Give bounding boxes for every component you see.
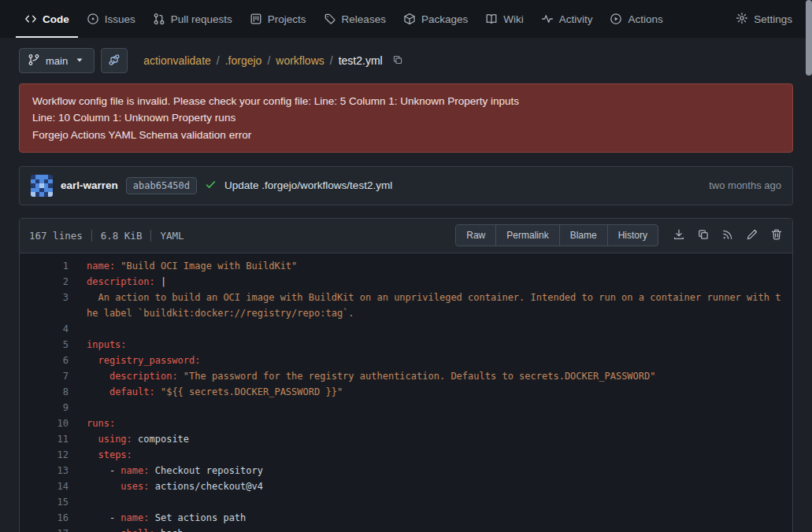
commit-verified (205, 179, 217, 193)
code-line-content (87, 400, 98, 416)
check-icon (205, 179, 217, 190)
view-buttons: RawPermalinkBlameHistory (455, 224, 658, 246)
line-number[interactable]: 11 (32, 431, 87, 447)
line-number[interactable]: 8 (32, 384, 87, 400)
line-number[interactable]: 6 (32, 353, 87, 368)
code-line: 5inputs: (20, 337, 792, 353)
nav-tab-label: Wiki (503, 13, 524, 25)
pencil-button[interactable] (746, 228, 758, 243)
code-line: 8 default: "${{ secrets.DOCKER_PASSWORD … (20, 384, 792, 400)
top-nav: CodeIssuesPull requestsProjectsReleasesP… (0, 0, 812, 38)
play-circle-icon (610, 13, 622, 25)
line-number[interactable]: 12 (32, 447, 87, 463)
tag-icon (324, 13, 336, 25)
line-number[interactable]: 9 (32, 400, 87, 416)
git-compare-icon (108, 54, 121, 66)
git-branch-icon (28, 54, 40, 66)
line-number[interactable]: 7 (32, 368, 87, 384)
nav-tab-projects[interactable]: Projects (241, 0, 315, 38)
trash-icon (770, 228, 783, 241)
code-line-content: runs: (87, 416, 126, 431)
code-line: 13 - name: Checkout repository (20, 463, 792, 478)
permalink-button[interactable]: Permalink (495, 224, 559, 246)
nav-tab-packages[interactable]: Packages (395, 0, 476, 38)
line-number[interactable]: 10 (32, 416, 87, 431)
rss-button[interactable] (721, 228, 734, 243)
breadcrumb-separator: / (217, 54, 220, 67)
code-line: 4 (20, 321, 792, 337)
line-number[interactable]: 16 (32, 510, 87, 526)
branch-toolbar: main actionvalidate/.forgejo/workflows/t… (19, 48, 793, 73)
nav-tab-pull-requests[interactable]: Pull requests (144, 0, 241, 38)
nav-tab-releases[interactable]: Releases (315, 0, 395, 38)
file-action-icons (673, 228, 783, 243)
file-size: 6.8 KiB (101, 230, 143, 242)
trash-button[interactable] (770, 228, 783, 243)
nav-tab-label: Projects (268, 13, 306, 25)
copy-icon (697, 228, 710, 241)
file-meta: 167 lines 6.8 KiB YAML (29, 230, 184, 242)
line-number[interactable]: 2 (32, 274, 87, 290)
line-number[interactable]: 4 (32, 321, 87, 337)
meta-divider (91, 230, 92, 242)
branch-select-button[interactable]: main (19, 48, 95, 73)
code-line-content: - name: Set actions path (87, 510, 257, 526)
avatar[interactable] (31, 175, 53, 197)
rss-icon (721, 228, 734, 241)
nav-tab-label: Releases (342, 13, 386, 25)
code-line-content: inputs: (87, 337, 138, 353)
nav-tab-code[interactable]: Code (16, 0, 78, 38)
issue-opened-icon (87, 13, 99, 25)
copy-button[interactable] (697, 228, 710, 243)
commit-author[interactable]: earl-warren (61, 179, 118, 191)
breadcrumb-segment-test2-yml: test2.yml (339, 54, 383, 67)
nav-tab-label: Packages (421, 13, 468, 25)
nav-tab-label: Issues (105, 13, 135, 25)
file-header: 167 lines 6.8 KiB YAML RawPermalinkBlame… (20, 219, 792, 253)
line-number[interactable]: 14 (32, 478, 87, 494)
nav-tab-actions[interactable]: Actions (601, 0, 671, 38)
breadcrumb-segment--forgejo[interactable]: .forgejo (225, 54, 262, 67)
line-number[interactable]: 17 (32, 526, 87, 532)
blame-button[interactable]: Blame (559, 224, 608, 246)
nav-tab-activity[interactable]: Activity (532, 0, 602, 38)
copy-icon (392, 54, 403, 65)
code-line: 10runs: (20, 416, 792, 431)
code-line-content: description: "The password for the regis… (87, 368, 666, 384)
error-line: Forgejo Actions YAML Schema validation e… (32, 127, 780, 143)
compare-button[interactable] (101, 48, 128, 73)
line-number[interactable]: 15 (32, 494, 87, 510)
error-line: Line: 10 Column 1: Unknown Property runs (32, 109, 780, 126)
download-button[interactable] (673, 228, 685, 243)
breadcrumb-segment-workflows[interactable]: workflows (276, 54, 324, 67)
nav-tab-issues[interactable]: Issues (78, 0, 144, 38)
gear-icon (736, 12, 748, 24)
nav-tab-settings[interactable]: Settings (727, 0, 801, 38)
line-number[interactable]: 1 (32, 258, 87, 274)
nav-tab-wiki[interactable]: Wiki (476, 0, 532, 38)
scrollbar[interactable] (806, 0, 812, 532)
nav-tab-settings-label: Settings (754, 13, 792, 25)
raw-button[interactable]: Raw (455, 224, 496, 246)
history-button[interactable]: History (607, 224, 658, 246)
commit-hash-badge[interactable]: abab65450d (126, 177, 197, 194)
commit-message[interactable]: Update .forgejo/workflows/test2.yml (224, 179, 392, 191)
code-line: 3 An action to build an OCI image with B… (20, 290, 792, 321)
pencil-icon (746, 228, 758, 241)
code-line-content: steps: (87, 447, 143, 463)
code-line-content: default: "${{ secrets.DOCKER_PASSWORD }}… (87, 384, 354, 400)
code-line: 15 (20, 494, 792, 510)
code-line-content: - name: Checkout repository (87, 463, 274, 478)
breadcrumb-segment-actionvalidate[interactable]: actionvalidate (143, 54, 211, 67)
code-line-content: registry_password: (87, 353, 212, 368)
scrollbar-thumb[interactable] (806, 0, 812, 76)
copy-path-button[interactable] (392, 54, 403, 68)
line-number[interactable]: 3 (32, 290, 87, 321)
line-number[interactable]: 5 (32, 337, 87, 353)
caret-down-icon (73, 54, 86, 66)
error-banner: Workflow config file is invalid. Please … (19, 83, 793, 153)
code-icon (24, 13, 37, 25)
code-view: 1name: "Build OCI Image with BuildKit"2d… (20, 253, 792, 532)
line-number[interactable]: 13 (32, 463, 87, 478)
meta-divider (150, 230, 151, 242)
